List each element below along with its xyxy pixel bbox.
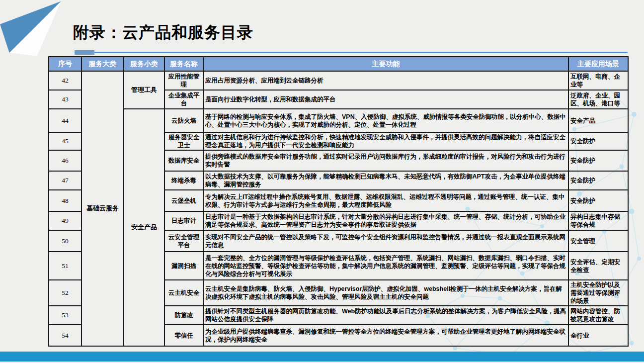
service-name-cell: 零信任 [164, 325, 203, 346]
category-cell: 基础云服务 [81, 71, 124, 346]
serial-number-cell: 50 [49, 230, 81, 252]
service-name-cell: 漏洞扫描 [164, 252, 203, 280]
function-cell: 云主机安全是集防病毒、防火墙、入侵防御、Hypervisor层防护、虚拟化加固、… [203, 280, 568, 306]
scenario-cell: 安全防护 [568, 150, 628, 171]
function-cell: 为企业级用户提供终端病毒查杀、漏洞修复和统一管控等全方位的终端安全管理方案，可帮… [203, 325, 568, 346]
service-name-cell: 云防火墙 [164, 109, 203, 132]
header-service-name: 服务名称 [164, 57, 203, 71]
title-underline-accent [75, 50, 94, 55]
catalog-table-body: 42基础云服务管理工具应用性能管理应用占用资源分析、应用端到云全链路分析互联网、… [49, 71, 628, 346]
service-name-cell: 服务器安全卫士 [164, 132, 203, 150]
serial-number-cell: 52 [49, 280, 81, 306]
table-row: 42基础云服务管理工具应用性能管理应用占用资源分析、应用端到云全链路分析互联网、… [49, 71, 628, 90]
serial-number-cell: 54 [49, 325, 81, 346]
service-name-cell: 数据库安全 [164, 150, 203, 171]
function-cell: 应用占用资源分析、应用端到云全链路分析 [203, 71, 568, 90]
scenario-cell: 安全防护 [568, 190, 628, 211]
scenario-cell: 安全产品 [568, 109, 628, 132]
footer-accent-bar [0, 352, 644, 362]
service-name-cell: 防篡改 [164, 306, 203, 325]
function-cell: 日志审计是一种基于大数据架构的日志审计系统，针对大量分散的异构日志进行集中采集、… [203, 211, 568, 230]
scenario-cell: 安全评估、定期安全检查 [568, 252, 628, 280]
header-application-scenario: 主要应用场景 [568, 57, 628, 71]
presentation-slide: 附录：云产品和服务目录 序号 服务大类 服务小类 服务名称 主要功能 主要应用场… [0, 0, 644, 363]
scenario-cell: 网站内容管控、防被恶意攻击篡改 [568, 306, 628, 325]
serial-number-cell: 43 [49, 90, 81, 109]
function-cell: 是一套完整的、全方位的漏洞管理与等级保护检查评估系统，包括资产管理、系统漏扫、网… [203, 252, 568, 280]
scenario-cell: 互联网、电商、企业等 [568, 71, 628, 90]
service-name-cell: 日志审计 [164, 211, 203, 230]
function-cell: 提供针对不同类型主机服务器的网页防篡改功能、Web防护功能以及事后日志分析系统的… [203, 306, 568, 325]
table-row: 44安全产品云防火墙基于网络的检测与响应安全体系，集成了防火墙、VPN、入侵防御… [49, 109, 628, 132]
service-name-cell: 终端杀毒 [164, 171, 203, 190]
corner-triangle-decoration [0, 0, 67, 64]
serial-number-cell: 44 [49, 109, 81, 132]
serial-number-cell: 46 [49, 150, 81, 171]
page-title: 附录：云产品和服务目录 [73, 22, 253, 44]
serial-number-cell: 49 [49, 211, 81, 230]
service-name-cell: 应用性能管理 [164, 71, 203, 90]
title-underline [75, 52, 628, 53]
service-name-cell: 云堡垒机 [164, 190, 203, 211]
header-serial-number: 序号 [49, 57, 81, 71]
service-name-cell: 企业集成平台 [164, 90, 203, 109]
scenario-cell: 全行业 [568, 325, 628, 346]
scenario-cell: 泛政府、企业、园区、机场、港口等 [568, 90, 628, 109]
serial-number-cell: 53 [49, 306, 81, 325]
function-cell: 基于网络的检测与响应安全体系，集成了防火墙、VPN、入侵防御、虚拟系统、威胁情报… [203, 109, 568, 132]
header-service-category: 服务大类 [81, 57, 124, 71]
scenario-cell: 异构日志集中存储等保合规 [568, 211, 628, 230]
service-name-cell: 云安全管理平台 [164, 230, 203, 252]
table-header-row: 序号 服务大类 服务小类 服务名称 主要功能 主要应用场景 [49, 57, 628, 71]
function-cell: 是面向行业数字化转型，应用和数据集成的平台 [203, 90, 568, 109]
function-cell: 实现对不同安全产品的统一管控以及策略下发，可监控每个安全组件资源利用和监控告警情… [203, 230, 568, 252]
function-cell: 专为解决云上IT运维过程中操作系统账号复用、数据泄露、运维权限混乱、运维过程不透… [203, 190, 568, 211]
function-cell: 通过对主机信息和行为进行持续监控和分析，快速精准地发现安全威胁和入侵事件，并提供… [203, 132, 568, 150]
serial-number-cell: 42 [49, 71, 81, 90]
service-name-cell: 云主机安全 [164, 280, 203, 306]
scenario-cell: 主机安全防护以及需要通过等保测评的场景 [568, 280, 628, 306]
serial-number-cell: 45 [49, 132, 81, 150]
serial-number-cell: 47 [49, 171, 81, 190]
subcategory-cell: 安全产品 [124, 109, 164, 346]
scenario-cell: 安全防护 [568, 171, 628, 190]
scenario-cell: 安全管理 [568, 230, 628, 252]
function-cell: 以大数据技术为支撑、以可靠服务为保障，能够精确检测已知病毒木马、未知恶意代码，有… [203, 171, 568, 190]
function-cell: 提供旁路模式的数据库安全审计服务功能，通过实时记录用户访问数据库行为，形成细粒度… [203, 150, 568, 171]
header-service-subcategory: 服务小类 [124, 57, 164, 71]
service-catalog-table: 序号 服务大类 服务小类 服务名称 主要功能 主要应用场景 42基础云服务管理工… [48, 56, 629, 347]
serial-number-cell: 48 [49, 190, 81, 211]
scenario-cell: 安全防护 [568, 132, 628, 150]
subcategory-cell: 管理工具 [124, 71, 164, 109]
header-main-function: 主要功能 [203, 57, 568, 71]
serial-number-cell: 51 [49, 252, 81, 280]
